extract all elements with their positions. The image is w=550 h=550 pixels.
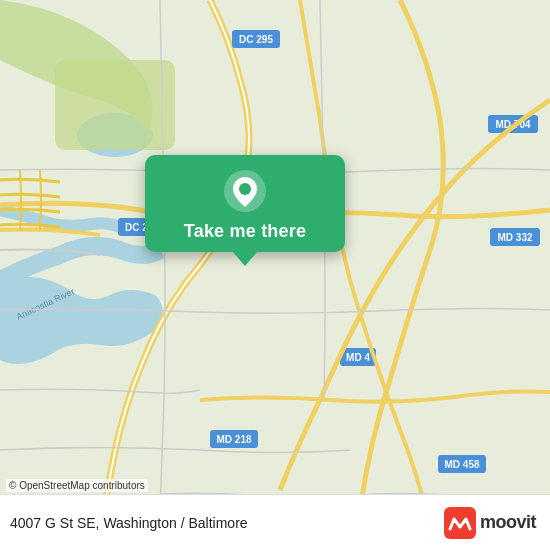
svg-text:MD 332: MD 332	[497, 232, 532, 243]
action-card: Take me there	[145, 155, 345, 252]
map-background: Anacostia River DC 295 DC 295 MD 704 MD …	[0, 0, 550, 550]
svg-rect-3	[55, 60, 175, 150]
take-me-there-button[interactable]: Take me there	[184, 221, 306, 242]
svg-text:MD 218: MD 218	[216, 434, 251, 445]
take-me-there-container: Take me there	[145, 155, 345, 266]
moovit-brand-icon	[444, 507, 476, 539]
bottom-bar: 4007 G St SE, Washington / Baltimore moo…	[0, 494, 550, 550]
moovit-logo-text: moovit	[480, 512, 536, 533]
svg-rect-20	[444, 507, 476, 539]
svg-text:DC 295: DC 295	[239, 34, 273, 45]
attribution-text: © OpenStreetMap contributors	[6, 479, 148, 492]
svg-point-19	[239, 183, 251, 195]
map-container: Anacostia River DC 295 DC 295 MD 704 MD …	[0, 0, 550, 550]
moovit-logo: moovit	[444, 507, 536, 539]
card-tail	[233, 252, 257, 266]
address-text: 4007 G St SE, Washington / Baltimore	[10, 515, 248, 531]
svg-text:MD 458: MD 458	[444, 459, 479, 470]
svg-text:MD 4: MD 4	[346, 352, 370, 363]
location-pin-icon	[223, 169, 267, 213]
